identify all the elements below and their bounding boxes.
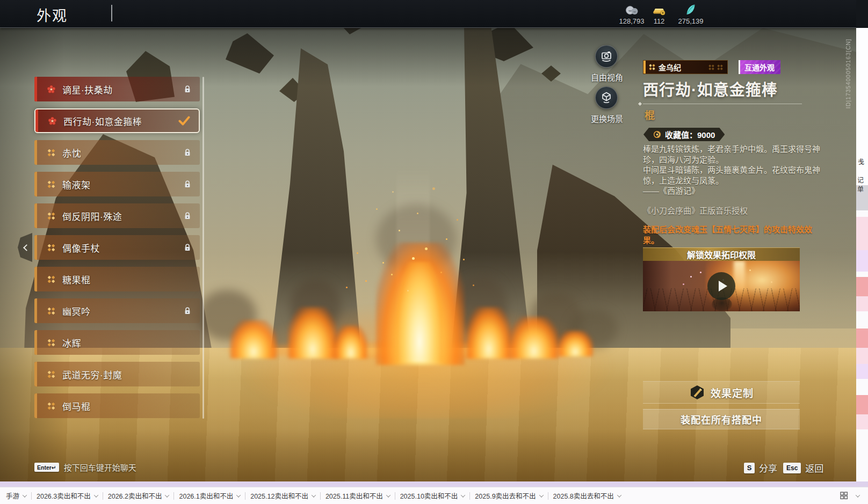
sheet-tab-label: 2026.2卖出和不出 bbox=[108, 491, 162, 501]
sheet-tab-label: 2025.8卖出去和不出 bbox=[553, 491, 614, 501]
effect-customize-button[interactable]: 效果定制 bbox=[643, 381, 800, 404]
currency-value: 275,139 bbox=[671, 17, 711, 25]
sheet-tab[interactable]: 2026.3卖出和不出 bbox=[32, 487, 103, 504]
camera-icon bbox=[599, 49, 613, 63]
currency-coins[interactable]: 128,793 bbox=[613, 3, 650, 25]
list-item[interactable]: 糖果棍 bbox=[34, 267, 200, 291]
pinwheel-icon bbox=[46, 148, 56, 157]
currency-value: 128,793 bbox=[613, 17, 650, 25]
series-icon bbox=[648, 63, 656, 71]
lock-icon bbox=[184, 85, 191, 93]
thumb-sparks bbox=[690, 276, 692, 277]
pinwheel-icon bbox=[46, 243, 56, 252]
series-badge-label: 金乌纪 bbox=[659, 62, 681, 72]
collection-icon bbox=[653, 130, 661, 138]
divider bbox=[643, 104, 802, 104]
list-item[interactable]: 武道无穷·封魔 bbox=[34, 362, 200, 386]
sheet-tab[interactable]: 2025.12卖出和不出 bbox=[245, 487, 320, 504]
share-label: 分享 bbox=[759, 461, 777, 474]
list-item[interactable]: 冰辉 bbox=[34, 330, 200, 355]
sheet-row bbox=[856, 217, 868, 250]
currency-ingot[interactable]: 112 bbox=[647, 3, 671, 25]
list-item[interactable]: 谪星·扶桑劫 bbox=[34, 77, 200, 101]
play-button[interactable] bbox=[707, 272, 735, 300]
sheet-row bbox=[856, 429, 868, 481]
chevron-down-icon bbox=[386, 493, 390, 497]
skin-list: 谪星·扶桑劫 西行劫·如意金箍棒 赤忱 输液架 bbox=[34, 77, 200, 418]
change-scene-button[interactable] bbox=[595, 86, 618, 109]
flower-icon bbox=[47, 116, 57, 126]
equip-all-button[interactable]: 装配在所有搭配中 bbox=[643, 409, 800, 429]
list-item-selected[interactable]: 西行劫·如意金箍棒 bbox=[34, 108, 200, 133]
sheet-row bbox=[856, 348, 868, 364]
list-item[interactable]: 偶像手杖 bbox=[34, 235, 200, 260]
sheet-list-button[interactable] bbox=[840, 492, 859, 500]
pinwheel-icon bbox=[46, 338, 56, 347]
crossplay-badge-label: 互通外观 bbox=[744, 62, 775, 72]
currency-feather[interactable]: 275,139 bbox=[671, 3, 711, 25]
sheet-tab[interactable]: 2026.1卖出和不出 bbox=[174, 487, 245, 504]
collection-value-badge: 收藏值：9000 bbox=[643, 128, 725, 141]
pinwheel-icon bbox=[46, 179, 56, 189]
video-thumbnail[interactable] bbox=[643, 261, 800, 311]
esc-keycap: Esc bbox=[783, 463, 801, 473]
sheet-tab-label: 手游 bbox=[6, 491, 19, 501]
sheet-row bbox=[856, 250, 868, 272]
window-edge-strip bbox=[0, 481, 868, 487]
sheet-row bbox=[856, 328, 868, 348]
title-divider bbox=[111, 5, 112, 21]
list-item[interactable]: 赤忱 bbox=[34, 140, 200, 165]
list-item[interactable]: 幽冥吟 bbox=[34, 298, 200, 323]
tier-bar bbox=[35, 109, 38, 132]
sheet-row bbox=[856, 277, 868, 296]
flame bbox=[509, 317, 559, 359]
tier-bar bbox=[34, 393, 37, 418]
flower-icon bbox=[46, 84, 56, 94]
game-window: 外观 128,793 112 275,139 谪星·扶桑劫 bbox=[0, 0, 856, 481]
chat-hint: Enter↵ 按下回车键开始聊天 bbox=[34, 462, 136, 473]
list-item[interactable]: 倒马棍 bbox=[34, 393, 200, 418]
list-item-label: 输液架 bbox=[62, 178, 91, 191]
tier-bar bbox=[34, 203, 37, 228]
check-icon bbox=[178, 116, 190, 126]
tier-bar bbox=[34, 77, 37, 101]
sheet-tab[interactable]: 2025.9卖出去和不出 bbox=[470, 487, 547, 504]
equip-all-label: 装配在所有搭配中 bbox=[681, 412, 762, 426]
pinwheel-icon bbox=[46, 401, 56, 411]
list-item[interactable]: 倒反阴阳·殊途 bbox=[34, 203, 200, 228]
clipped-cell-text: 记单 bbox=[857, 175, 868, 193]
list-scrollbar[interactable] bbox=[202, 77, 204, 419]
lock-icon bbox=[184, 212, 191, 220]
list-item-label: 糖果棍 bbox=[62, 273, 91, 286]
list-item-label: 西行劫·如意金箍棒 bbox=[63, 114, 142, 128]
back-button[interactable]: Esc 返回 bbox=[783, 461, 823, 474]
lock-icon bbox=[184, 244, 191, 252]
sheet-row bbox=[856, 28, 868, 159]
sheet-row bbox=[856, 395, 868, 414]
collection-label: 收藏值： bbox=[665, 130, 697, 140]
chevron-down-icon bbox=[461, 493, 465, 497]
share-button[interactable]: S 分享 bbox=[744, 461, 777, 474]
sheet-tab[interactable]: 2026.2卖出和不出 bbox=[103, 487, 174, 504]
coins-icon bbox=[613, 3, 650, 16]
chevron-left-icon bbox=[23, 244, 30, 251]
sheet-row bbox=[856, 379, 868, 395]
flame bbox=[334, 325, 367, 359]
top-bar: 外观 128,793 112 275,139 bbox=[0, 0, 856, 27]
free-camera-button[interactable] bbox=[595, 45, 618, 68]
sheet-tab[interactable]: 2025.10卖出和不出 bbox=[395, 487, 470, 504]
sheet-tab-label: 2026.1卖出和不出 bbox=[179, 491, 233, 501]
sheet-tab[interactable]: 2025.11卖出和不出 bbox=[321, 487, 395, 504]
flame bbox=[288, 307, 337, 359]
chevron-down-icon bbox=[312, 493, 316, 497]
music-license-note: 《小刀会序曲》正版音乐授权 bbox=[643, 204, 748, 216]
item-description: 棒是九转镔铁炼，老君亲手炉中煅。禹王求得号神珍，四海八河为定验。 中间星斗暗铺陈… bbox=[643, 144, 827, 196]
tier-bar bbox=[34, 140, 37, 165]
sheet-tab[interactable]: 2025.8卖出去和不出 bbox=[548, 487, 626, 504]
free-camera-label: 自由视角 bbox=[588, 71, 626, 83]
sheet-row bbox=[856, 311, 868, 328]
chevron-down-icon bbox=[856, 493, 860, 497]
enter-keycap: Enter↵ bbox=[34, 463, 59, 472]
list-item[interactable]: 输液架 bbox=[34, 172, 200, 196]
sheet-tab[interactable]: 手游 bbox=[1, 487, 31, 504]
